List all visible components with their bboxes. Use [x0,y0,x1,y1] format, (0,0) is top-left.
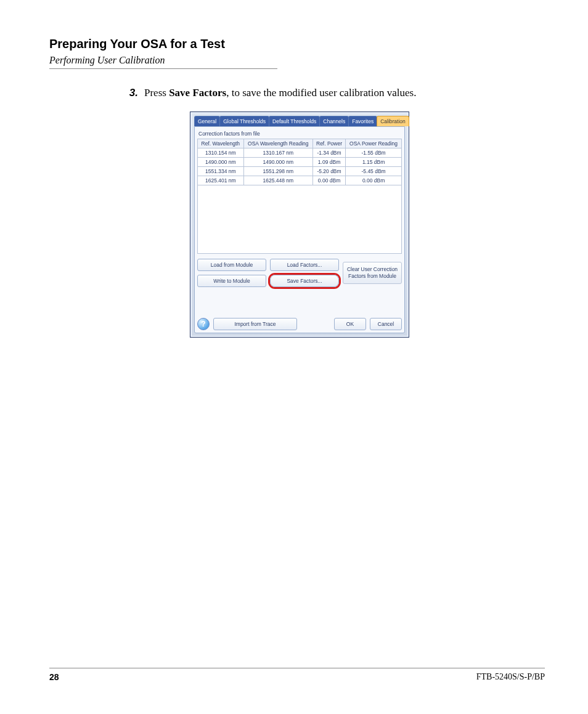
page-footer: 28 FTB-5240S/S-P/BP [49,668,545,682]
tab-strip: General Global Thresholds Default Thresh… [192,114,407,126]
write-to-module-button[interactable]: Write to Module [197,275,266,287]
calibration-panel: Correction factors from file Ref. Wavele… [194,126,405,333]
cell: 1551.298 nm [243,166,312,176]
tab-favorites[interactable]: Favorites [348,116,377,126]
load-from-module-button[interactable]: Load from Module [197,259,266,271]
table-row: 1310.154 nm 1310.167 nm -1.34 dBm -1.55 … [198,148,402,157]
cell: 0.00 dBm [312,176,345,185]
cell: 1490.000 nm [243,157,312,166]
product-model: FTB-5240S/S-P/BP [476,672,545,682]
table-row: 1490.000 nm 1490.000 nm 1.09 dBm 1.15 dB… [198,157,402,166]
tab-general[interactable]: General [194,116,220,126]
tab-default-thresholds[interactable]: Default Thresholds [269,116,320,126]
step-number: 3. [116,86,144,100]
cell: 1310.167 nm [243,148,312,157]
cell: 1490.000 nm [198,157,244,166]
tab-calibration[interactable]: Calibration [377,116,409,126]
step-text: Press Save Factors, to save the modified… [144,86,416,100]
col-ref-power: Ref. Power [312,139,345,148]
group-title: Correction factors from file [197,129,402,139]
load-factors-button[interactable]: Load Factors... [270,259,339,271]
cell: 1.09 dBm [312,157,345,166]
step-3: 3. Press Save Factors, to save the modif… [116,86,545,100]
table-row: 1625.401 nm 1625.448 nm 0.00 dBm 0.00 dB… [198,176,402,185]
cell: 1625.448 nm [243,176,312,185]
import-from-trace-button[interactable]: Import from Trace [213,318,297,330]
heading-rule [49,68,277,69]
page-number: 28 [49,672,59,682]
tab-global-thresholds[interactable]: Global Thresholds [219,116,269,126]
cell: 1625.401 nm [198,176,244,185]
button-grid: Load from Module Load Factors... Clear U… [197,259,402,287]
col-ref-wavelength: Ref. Wavelength [198,139,244,148]
col-osa-power: OSA Power Reading [346,139,402,148]
help-icon[interactable]: ? [197,318,210,330]
dialog-screenshot: General Global Thresholds Default Thresh… [190,112,409,338]
clear-correction-factors-button[interactable]: Clear User Correction Factors from Modul… [343,262,402,284]
cancel-button[interactable]: Cancel [370,318,402,330]
cell: -5.45 dBm [346,166,402,176]
cell: 1310.154 nm [198,148,244,157]
cell: -1.34 dBm [312,148,345,157]
cell: -1.55 dBm [346,148,402,157]
cell: -5.20 dBm [312,166,345,176]
cell: 0.00 dBm [346,176,402,185]
cell: 1551.334 nm [198,166,244,176]
correction-factors-table: Ref. Wavelength OSA Wavelength Reading R… [197,139,402,185]
table-empty-area [197,185,402,254]
save-factors-button[interactable]: Save Factors... [270,275,339,287]
step-text-post: , to save the modified user calibration … [226,87,416,99]
step-text-bold: Save Factors [169,87,226,99]
cell: 1.15 dBm [346,157,402,166]
ok-button[interactable]: OK [334,318,366,330]
table-row: 1551.334 nm 1551.298 nm -5.20 dBm -5.45 … [198,166,402,176]
section-subheading: Performing User Calibration [49,55,545,66]
step-text-pre: Press [144,87,169,99]
chapter-heading: Preparing Your OSA for a Test [49,37,545,51]
col-osa-wavelength: OSA Wavelength Reading [243,139,312,148]
dialog-bottom-row: ? Import from Trace OK Cancel [197,318,402,330]
tab-channels[interactable]: Channels [319,116,349,126]
